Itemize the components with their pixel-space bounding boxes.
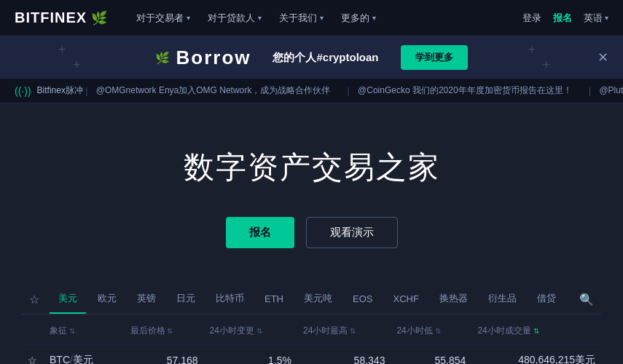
table-row: ☆ BTC/美元 57,168 1.5% 58,343 55,854 480,6…: [22, 345, 601, 365]
hero-cta-group: 报名 观看演示: [15, 217, 608, 248]
decoration-plus: +: [58, 42, 66, 58]
decoration-plus: +: [542, 58, 550, 73]
row-low: 55,854: [391, 345, 471, 365]
col-low[interactable]: 24小时低: [391, 317, 471, 345]
hero-title: 数字资产交易之家: [15, 147, 608, 188]
nav-item-traders[interactable]: 对于交易者 ▾: [129, 7, 197, 29]
tab-exchange[interactable]: 换热器: [431, 285, 477, 314]
pulse-icon: ((·)): [15, 85, 31, 97]
market-search-icon[interactable]: 🔍: [572, 287, 601, 312]
navbar: BITFINEX 🌿 对于交易者 ▾ 对于贷款人 ▾ 关于我们 ▾ 更多的 ▾ …: [0, 0, 623, 36]
market-table: 象征 最后价格 24小时变更 24小时最高 24小时低 24小时成交量 ☆ BT…: [22, 317, 601, 364]
logo-leaf-icon: 🌿: [91, 10, 107, 26]
chevron-down-icon: ▾: [258, 14, 262, 22]
nav-label-lenders: 对于贷款人: [208, 12, 255, 25]
col-change[interactable]: 24小时变更: [204, 317, 297, 345]
favorites-tab[interactable]: ☆: [22, 287, 47, 312]
login-link[interactable]: 登录: [522, 12, 541, 25]
chevron-down-icon: ▾: [320, 14, 324, 22]
tab-btc[interactable]: 比特币: [207, 285, 253, 314]
promo-banner: + + + + 🌿 Borrow 您的个人#cryptoloan 学到更多 ✕: [0, 36, 623, 79]
hero-demo-button[interactable]: 观看演示: [306, 217, 398, 248]
banner-subtitle: 您的个人#cryptoloan: [273, 51, 378, 65]
banner-leaf-icon: 🌿: [155, 51, 170, 65]
col-high[interactable]: 24小时最高: [297, 317, 391, 345]
nav-label-more: 更多的: [341, 12, 369, 25]
tab-lending[interactable]: 借贷: [528, 285, 565, 314]
banner-title: Borrow: [176, 47, 251, 69]
tab-usdt[interactable]: 美元吨: [295, 285, 341, 314]
col-symbol[interactable]: 象征: [44, 317, 125, 345]
hero-signup-button[interactable]: 报名: [226, 217, 294, 248]
nav-label-traders: 对于交易者: [136, 12, 184, 25]
row-last-price: 57,168: [125, 345, 204, 365]
logo-text: BITFINEX: [15, 9, 87, 26]
nav-item-about[interactable]: 关于我们 ▾: [272, 7, 331, 29]
ticker-item: @OMGnetwork Enya加入OMG Network，成为战略合作伙伴: [96, 84, 331, 97]
logo: BITFINEX 🌿: [15, 9, 107, 26]
language-selector[interactable]: 英语 ▾: [584, 12, 608, 25]
banner-cta-button[interactable]: 学到更多: [401, 45, 468, 70]
chevron-down-icon: ▾: [187, 14, 190, 22]
ticker-brand: Bitfinex脉冲: [37, 84, 83, 97]
close-icon[interactable]: ✕: [597, 50, 608, 66]
nav-item-more[interactable]: 更多的 ▾: [334, 7, 383, 29]
banner-brand: 🌿 Borrow: [155, 47, 251, 69]
row-change: 1.5%: [204, 345, 297, 365]
chevron-down-icon: ▾: [605, 14, 608, 22]
signup-link[interactable]: 报名: [553, 12, 572, 25]
decoration-plus: +: [528, 42, 536, 58]
tab-usd[interactable]: 美元: [50, 285, 86, 314]
row-symbol: BTC/美元: [44, 345, 125, 365]
chevron-down-icon: ▾: [372, 14, 376, 22]
row-high: 58,343: [297, 345, 391, 365]
hero-section: 数字资产交易之家 报名 观看演示: [0, 103, 623, 277]
nav-right: 登录 报名 英语 ▾: [522, 12, 608, 25]
tab-eos[interactable]: EOS: [344, 286, 381, 313]
tab-xchf[interactable]: XCHF: [384, 286, 427, 313]
tab-gbp[interactable]: 英镑: [128, 285, 165, 314]
col-last-price[interactable]: 最后价格: [125, 317, 204, 345]
nav-links: 对于交易者 ▾ 对于贷款人 ▾ 关于我们 ▾ 更多的 ▾: [129, 7, 522, 29]
market-section: ☆ 美元 欧元 英镑 日元 比特币 ETH 美元吨 EOS XCHF 换热器 衍…: [0, 285, 623, 364]
col-volume[interactable]: 24小时成交量: [471, 317, 601, 345]
col-star: [22, 317, 44, 345]
ticker-item: @CoinGecko 我们的2020年年度加密货币报告在这里！: [358, 84, 572, 97]
tab-jpy[interactable]: 日元: [168, 285, 204, 314]
row-favorite-star[interactable]: ☆: [22, 345, 44, 365]
nav-item-lenders[interactable]: 对于贷款人 ▾: [200, 7, 269, 29]
nav-label-about: 关于我们: [279, 12, 317, 25]
market-tabs: ☆ 美元 欧元 英镑 日元 比特币 ETH 美元吨 EOS XCHF 换热器 衍…: [22, 285, 601, 314]
tab-eth[interactable]: ETH: [256, 286, 292, 313]
decoration-plus: +: [73, 58, 81, 73]
ticker-item: @Plutus PLIP | Pluton流动: [599, 84, 623, 97]
tab-eur[interactable]: 欧元: [89, 285, 125, 314]
row-volume: 480,646,215美元: [471, 345, 601, 365]
tab-derivatives[interactable]: 衍生品: [479, 285, 525, 314]
news-ticker: ((·)) Bitfinex脉冲 | @OMGnetwork Enya加入OMG…: [0, 79, 623, 103]
